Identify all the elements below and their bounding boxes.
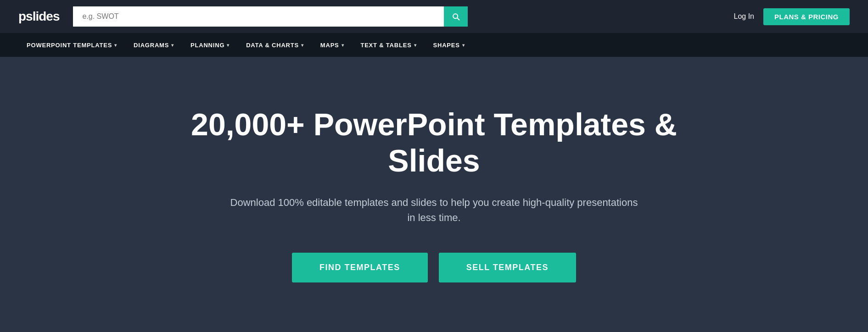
login-link[interactable]: Log In — [734, 12, 754, 21]
chevron-down-icon: ▾ — [414, 43, 417, 48]
hero-title: 20,000+ PowerPoint Templates & Slides — [159, 106, 710, 178]
nav-label-maps: MAPS — [320, 42, 339, 49]
nav-item-diagrams[interactable]: DIAGRAMS ▾ — [125, 33, 182, 57]
nav-item-powerpoint-templates[interactable]: POWERPOINT TEMPLATES ▾ — [18, 33, 125, 57]
nav-item-text-tables[interactable]: TEXT & TABLES ▾ — [352, 33, 425, 57]
nav-item-shapes[interactable]: SHAPES ▾ — [425, 33, 473, 57]
nav-item-planning[interactable]: PLANNING ▾ — [182, 33, 238, 57]
nav-label-diagrams: DIAGRAMS — [134, 42, 169, 49]
chevron-down-icon: ▾ — [342, 43, 344, 48]
nav-item-data-charts[interactable]: DATA & CHARTS ▾ — [238, 33, 312, 57]
sell-templates-button[interactable]: SELL TEMPLATES — [439, 253, 576, 282]
search-icon — [451, 12, 460, 21]
chevron-down-icon: ▾ — [171, 43, 174, 48]
nav-label-powerpoint-templates: POWERPOINT TEMPLATES — [27, 42, 112, 49]
hero-subtitle: Download 100% editable templates and sli… — [228, 195, 641, 225]
nav-label-text-tables: TEXT & TABLES — [360, 42, 411, 49]
chevron-down-icon: ▾ — [462, 43, 465, 48]
plans-pricing-button[interactable]: PLANS & PRICING — [763, 8, 850, 25]
chevron-down-icon: ▾ — [227, 43, 230, 48]
chevron-down-icon: ▾ — [301, 43, 304, 48]
nav-item-maps[interactable]: MAPS ▾ — [312, 33, 353, 57]
nav-label-shapes: SHAPES — [433, 42, 460, 49]
search-container — [73, 6, 468, 27]
hero-section: 20,000+ PowerPoint Templates & Slides Do… — [0, 57, 868, 332]
search-button[interactable] — [444, 6, 468, 27]
hero-buttons: FIND TEMPLATES SELL TEMPLATES — [292, 253, 576, 282]
find-templates-button[interactable]: FIND TEMPLATES — [292, 253, 428, 282]
nav-bar: POWERPOINT TEMPLATES ▾ DIAGRAMS ▾ PLANNI… — [0, 33, 868, 57]
header-right: Log In PLANS & PRICING — [734, 8, 850, 25]
logo[interactable]: pslides — [18, 9, 59, 24]
search-input[interactable] — [73, 6, 444, 27]
chevron-down-icon: ▾ — [114, 43, 117, 48]
nav-label-planning: PLANNING — [190, 42, 224, 49]
header: pslides Log In PLANS & PRICING — [0, 0, 868, 33]
nav-label-data-charts: DATA & CHARTS — [246, 42, 299, 49]
